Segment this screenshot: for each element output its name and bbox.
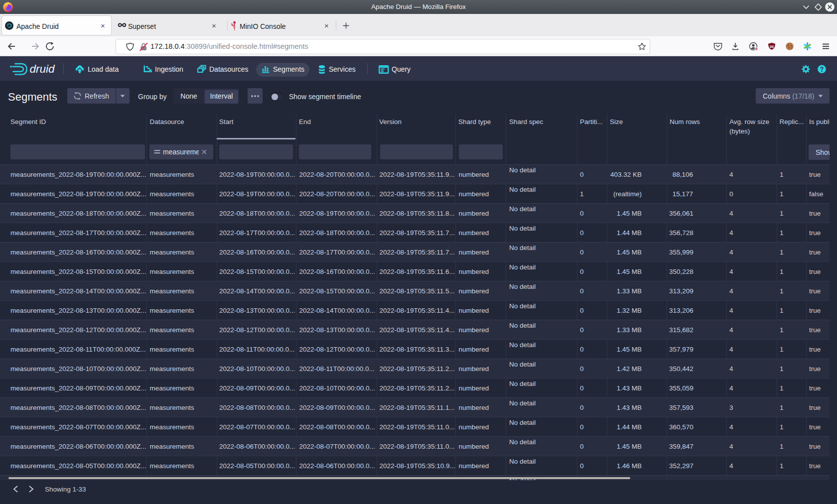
svg-text:druid: druid [30, 63, 56, 75]
